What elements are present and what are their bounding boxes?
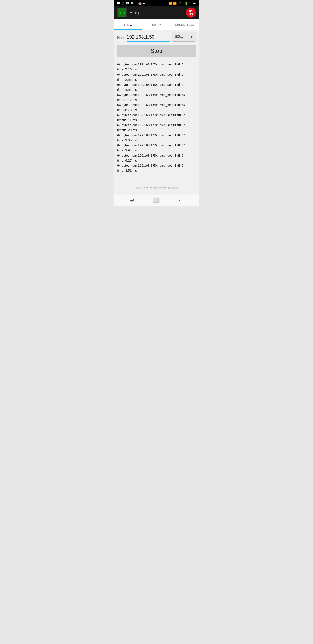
host-row: Host 192... ▼ bbox=[114, 30, 199, 42]
ping-line: 64 bytes from 192.168.1.50: icmp_seq=1 t… bbox=[117, 133, 196, 138]
battery-icon: 🔋 bbox=[185, 2, 188, 5]
ping-line: time=11.2 ms bbox=[117, 97, 196, 102]
ping-line: time=2.94 ms bbox=[117, 148, 196, 153]
notification-icon: 📧 bbox=[126, 2, 129, 5]
fill-screen-text: Tap here to fill entire screen bbox=[135, 186, 178, 190]
app-bar-left: >ping Ping bbox=[117, 8, 139, 18]
messenger-icon: 💬 bbox=[117, 2, 120, 5]
app-bar: >ping Ping NOADS bbox=[114, 6, 199, 19]
recents-icon[interactable]: ⇌ bbox=[130, 197, 134, 203]
chevron-down-icon: ▼ bbox=[190, 34, 193, 39]
tab-ping[interactable]: PING bbox=[114, 19, 142, 30]
ping-line: 64 bytes from 192.168.1.50: icmp_seq=1 t… bbox=[117, 163, 196, 168]
host-dropdown[interactable]: 192... ▼ bbox=[172, 32, 196, 42]
ping-output: 64 bytes from 192.168.1.50: icmp_seq=1 t… bbox=[114, 60, 199, 178]
status-left: 💬 📱 📧 🏷 🖼 🤖 ▶ bbox=[117, 2, 145, 5]
ping-line: time=3.51 ms bbox=[117, 168, 196, 173]
dropdown-value: 192... bbox=[174, 35, 183, 39]
ping-line: 64 bytes from 192.168.1.50: icmp_seq=1 t… bbox=[117, 62, 196, 67]
tab-bar: PING MY IP SPEED TEST bbox=[114, 19, 199, 30]
host-label: Host bbox=[117, 36, 124, 42]
tab-speedtest[interactable]: SPEED TEST bbox=[171, 19, 199, 30]
ping-line: time=9.41 ms bbox=[117, 118, 196, 122]
nav-bar: ⇌ ⬜ ← bbox=[114, 194, 199, 206]
ping-line: 64 bytes from 192.168.1.50: icmp_seq=1 t… bbox=[117, 112, 196, 118]
ping-line: time=9.29 ms bbox=[117, 128, 196, 132]
stop-button-wrap: Stop bbox=[114, 42, 199, 60]
ping-line: 64 bytes from 192.168.1.50: icmp_seq=1 t… bbox=[117, 143, 196, 148]
status-right: ✳ 📶 📶 53% 🔋 15:47 bbox=[165, 2, 196, 5]
ping-line: 64 bytes from 192.168.1.50: icmp_seq=1 t… bbox=[117, 122, 196, 128]
app-logo: >ping bbox=[117, 8, 127, 18]
no-ads-badge[interactable]: NOADS bbox=[186, 8, 196, 18]
battery-percent: 53% bbox=[178, 2, 183, 5]
ping-line: time=9.27 ms bbox=[117, 158, 196, 163]
wifi-icon: 📶 bbox=[169, 2, 172, 5]
status-bar: 💬 📱 📧 🏷 🖼 🤖 ▶ ✳ 📶 📶 53% 🔋 15:47 bbox=[114, 0, 199, 6]
clock: 15:47 bbox=[189, 2, 196, 5]
ping-line: 64 bytes from 192.168.1.50: icmp_seq=1 t… bbox=[117, 102, 196, 107]
signal-icon: 📶 bbox=[173, 2, 177, 5]
ping-line: 64 bytes from 192.168.1.50: icmp_seq=1 t… bbox=[117, 153, 196, 158]
ping-line: time=4.54 ms bbox=[117, 87, 196, 92]
image-icon: 🖼 bbox=[134, 2, 137, 5]
ping-line: 64 bytes from 192.168.1.50: icmp_seq=1 t… bbox=[117, 82, 196, 87]
back-icon[interactable]: ← bbox=[178, 197, 183, 203]
ping-line: 64 bytes from 192.168.1.50: icmp_seq=1 t… bbox=[117, 72, 196, 77]
fill-screen-area[interactable]: Tap here to fill entire screen bbox=[114, 178, 199, 194]
home-icon[interactable]: ⬜ bbox=[153, 197, 159, 203]
host-input-wrap bbox=[126, 33, 170, 42]
tab-myip[interactable]: MY IP bbox=[142, 19, 171, 30]
host-input[interactable] bbox=[126, 33, 170, 42]
android-icon: 🤖 bbox=[138, 2, 142, 5]
ebay-icon: 🏷 bbox=[130, 2, 133, 5]
stop-button[interactable]: Stop bbox=[117, 44, 196, 58]
ping-line: time=2.56 ms bbox=[117, 77, 196, 82]
ping-line: time=7.16 ms bbox=[117, 67, 196, 72]
ping-line: time=8.78 ms bbox=[117, 107, 196, 112]
play-icon: ▶ bbox=[143, 2, 145, 5]
main-content: PING MY IP SPEED TEST Host 192... ▼ Stop… bbox=[114, 19, 199, 194]
whatsapp-icon: 📱 bbox=[121, 2, 125, 5]
ping-line: 64 bytes from 192.168.1.50: icmp_seq=1 t… bbox=[117, 92, 196, 97]
ping-line: time=3.05 ms bbox=[117, 138, 196, 143]
app-title: Ping bbox=[129, 10, 139, 16]
bluetooth-icon: ✳ bbox=[165, 2, 168, 5]
